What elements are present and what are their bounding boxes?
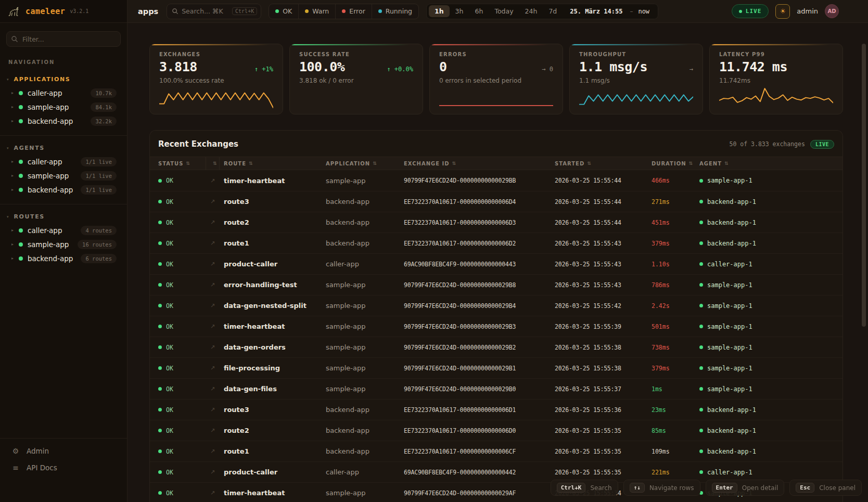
stat-card[interactable]: EXCHANGES 3.818 ↑ +1% 100.0% success rat… (149, 44, 283, 114)
table-row[interactable]: OK ↗ file-processing sample-app 90799F47… (150, 357, 843, 378)
time-range-button[interactable]: 24h (519, 5, 543, 17)
column-header[interactable]: STARTED ⇅ (555, 157, 652, 170)
live-badge[interactable]: LIVE (732, 4, 769, 18)
sidebar-footer-label: API Docs (27, 464, 57, 472)
status-filter-chip[interactable]: OK (269, 4, 298, 19)
status-filter-group: OK Warn Error Running (269, 4, 419, 19)
sidebar-item-label: sample-app (28, 103, 69, 111)
time-range-button[interactable]: Today (489, 5, 519, 17)
range-end-label[interactable]: now (635, 8, 656, 15)
table-row[interactable]: OK ↗ data-gen-orders sample-app 90799F47… (150, 337, 843, 357)
exchange-id-cell: 69AC90BF8EBC4F9-0000000000000443 (404, 261, 555, 268)
table-row[interactable]: OK ↗ data-gen-nested-split sample-app 90… (150, 295, 843, 316)
card-label: LATENCY P99 (719, 52, 833, 57)
sidebar-section-header[interactable]: ▾ AGENTS (0, 143, 127, 155)
search-icon (172, 8, 178, 15)
time-range-button[interactable]: 3h (450, 5, 469, 17)
card-value: 0 (439, 59, 447, 74)
table-row[interactable]: OK ↗ product-caller caller-app 69AC90BF8… (150, 461, 843, 482)
card-subtitle: 11.742ms (719, 77, 833, 84)
table-row[interactable]: OK ↗ route2 backend-app EE7322370A10617-… (150, 420, 843, 441)
application-cell: sample-app (326, 281, 404, 289)
status-filter-chip[interactable]: Running (372, 4, 418, 19)
vertical-scrollbar[interactable] (861, 25, 866, 500)
table-row[interactable]: OK ↗ route2 backend-app EE7322370A10617-… (150, 212, 843, 233)
duration-cell: 2.42s (652, 302, 699, 310)
table-row[interactable]: OK ↗ route3 backend-app EE7322370A10617-… (150, 191, 843, 212)
navigation-label: NAVIGATION (0, 49, 127, 67)
sidebar-footer-item[interactable]: ≡ API Docs (0, 459, 127, 476)
theme-toggle-button[interactable]: ☀ (775, 4, 790, 19)
datetime-label[interactable]: 25. März 14:55 (563, 8, 628, 15)
column-label: EXCHANGE ID (404, 161, 450, 166)
stat-card[interactable]: SUCCESS RATE 100.0% ↑ +0.0% 3.818 ok / 0… (289, 44, 423, 114)
table-row[interactable]: OK ↗ timer-heartbeat sample-app 90799F47… (150, 170, 843, 191)
time-range-button[interactable]: 1h (429, 5, 450, 17)
sidebar-item[interactable]: ▸ backend-app 6 routes (0, 251, 127, 265)
stat-card[interactable]: LATENCY P99 11.742 ms 11.742ms (709, 44, 843, 114)
column-header[interactable]: EXCHANGE ID ⇅ (404, 157, 555, 170)
started-cell: 2026-03-25 15:55:37 (555, 385, 652, 393)
table-row[interactable]: OK ↗ data-gen-files sample-app 90799F47E… (150, 378, 843, 399)
sidebar-item-badge: 1/1 live (81, 157, 117, 166)
route-cell: route2 (224, 427, 326, 434)
sidebar-item[interactable]: ▸ caller-app 10.7k (0, 86, 127, 100)
trend-icon: ↗ (210, 261, 224, 267)
time-range-button[interactable]: 7d (543, 5, 563, 17)
sidebar-item[interactable]: ▸ caller-app 4 routes (0, 223, 127, 237)
ok-dot (158, 429, 162, 432)
sidebar-item[interactable]: ▸ sample-app 16 routes (0, 237, 127, 251)
sidebar-item[interactable]: ▸ backend-app 1/1 live (0, 183, 127, 197)
avatar[interactable]: AD (825, 4, 839, 18)
status-cell: OK (158, 198, 210, 205)
sidebar-item[interactable]: ▸ sample-app 1/1 live (0, 169, 127, 183)
status-dot (19, 242, 23, 247)
search-input[interactable] (182, 7, 229, 15)
application-cell: sample-app (326, 343, 404, 351)
column-header[interactable]: STATUS ⇅ (158, 157, 206, 170)
card-value: 100.0% (299, 59, 344, 74)
card-value: 3.818 (159, 59, 197, 74)
column-header[interactable]: ROUTE ⇅ (224, 157, 326, 170)
started-cell: 2026-03-25 15:55:43 (555, 261, 652, 268)
hint-key: Enter (712, 483, 737, 493)
sidebar-section-header[interactable]: ▾ APPLICATIONS (0, 74, 127, 86)
status-cell: OK (158, 302, 210, 310)
exchange-id-cell: 90799F47E6CD24D-00000000000029B1 (404, 365, 555, 372)
column-header[interactable]: APPLICATION ⇅ (326, 157, 404, 170)
duration-cell: 1.10s (652, 261, 699, 268)
sidebar-item[interactable]: ▸ backend-app 32.2k (0, 114, 127, 128)
started-cell: 2026-03-25 15:55:38 (555, 344, 652, 351)
sidebar-section-title: ROUTES (14, 213, 45, 220)
sidebar-item[interactable]: ▸ sample-app 84.1k (0, 100, 127, 114)
stat-card[interactable]: THROUGHPUT 1.1 msg/s → 1.1 msg/s (569, 44, 703, 114)
application-cell: caller-app (326, 260, 404, 268)
sidebar-section-header[interactable]: ▾ ROUTES (0, 212, 127, 223)
filter-input[interactable] (6, 31, 121, 47)
table-row[interactable]: OK ↗ timer-heartbeat sample-app 90799F47… (150, 316, 843, 337)
chevron-right-icon: ▸ (11, 105, 19, 109)
camel-logo-icon (7, 6, 21, 17)
column-header[interactable]: ⇅ (210, 157, 220, 170)
time-range-button[interactable]: 6h (469, 5, 489, 17)
agent-cell: backend-app-1 (699, 240, 834, 247)
sun-icon: ☀ (780, 7, 786, 15)
sidebar-footer-item[interactable]: ⚙ Admin (0, 443, 127, 459)
table-row[interactable]: OK ↗ route3 backend-app EE7322370A10617-… (150, 399, 843, 420)
global-search[interactable]: Ctrl+K (167, 4, 261, 19)
table-row[interactable]: OK ↗ route1 backend-app EE7322370A10617-… (150, 233, 843, 253)
status-filter-chip[interactable]: Error (335, 4, 371, 19)
stat-card[interactable]: ERRORS 0 → 0 0 errors in selected period (429, 44, 563, 114)
scrollbar-thumb[interactable] (862, 44, 866, 327)
sidebar-section: ▾ AGENTS ▸ caller-app 1/1 live ▸ sample (0, 135, 127, 197)
table-row[interactable]: OK ↗ error-handling-test sample-app 9079… (150, 274, 843, 295)
agent-dot (699, 345, 703, 349)
ok-dot (158, 200, 162, 203)
table-row[interactable]: OK ↗ product-caller caller-app 69AC90BF8… (150, 253, 843, 274)
status-filter-chip[interactable]: Warn (298, 4, 335, 19)
table-row[interactable]: OK ↗ route1 backend-app EE7322370A10617-… (150, 441, 843, 461)
sidebar-item[interactable]: ▸ caller-app 1/1 live (0, 155, 127, 169)
column-header[interactable]: AGENT ⇅ (699, 157, 834, 170)
sidebar-section-items: ▸ caller-app 10.7k ▸ sample-app 84.1k ▸ (0, 86, 127, 128)
column-header[interactable]: DURATION ⇅ (652, 157, 699, 170)
